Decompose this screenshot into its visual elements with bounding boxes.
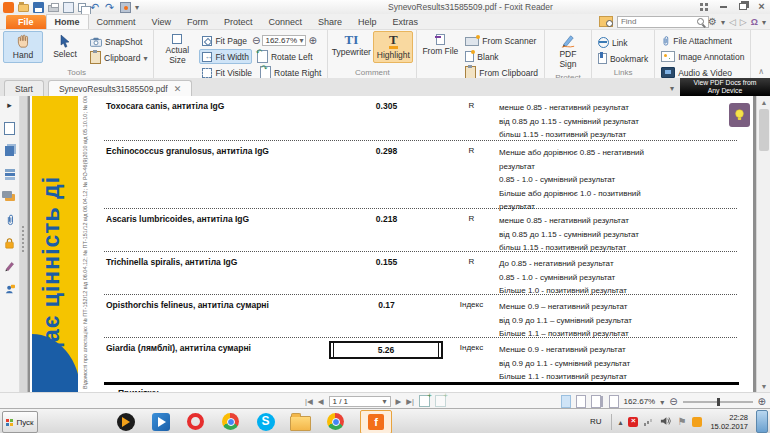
panel-expand-icon[interactable]	[3, 98, 17, 112]
file-attachment-button[interactable]: File Attachment	[658, 33, 747, 48]
pages-icon[interactable]	[78, 3, 86, 12]
search-icon[interactable]	[697, 18, 704, 25]
minimize-button[interactable]	[717, 1, 730, 12]
vertical-scrollbar[interactable]: ▲ ▼	[756, 96, 770, 392]
aimp-icon[interactable]	[115, 411, 136, 432]
image-annotation-button[interactable]: Image Annotation	[658, 49, 747, 64]
zoom-out-icon[interactable]	[252, 35, 260, 46]
bookmark-button[interactable]: Bookmark	[595, 51, 651, 66]
foxit-logo-icon[interactable]	[3, 2, 14, 13]
search-in-folder-icon[interactable]	[599, 16, 613, 27]
layout-grid-icon[interactable]	[698, 1, 711, 12]
tray-app-icon[interactable]	[692, 417, 702, 427]
actual-size-button[interactable]: Actual Size	[157, 31, 197, 68]
panel-splitter[interactable]	[20, 96, 28, 392]
snapshot-button[interactable]: SnapShot	[87, 34, 150, 49]
tray-expand-icon[interactable]	[618, 417, 622, 427]
promo-banner[interactable]: View PDF Docs from Any Device	[680, 78, 770, 96]
media-player-icon[interactable]	[150, 411, 171, 432]
quick-access-dropdown-icon[interactable]	[135, 2, 139, 12]
last-page-icon[interactable]	[406, 396, 414, 406]
bookmarks-panel-icon[interactable]	[3, 121, 17, 135]
update-alert-icon[interactable]	[628, 417, 638, 427]
show-desktop-button[interactable]	[756, 410, 768, 433]
tab-form[interactable]: Form	[179, 15, 216, 29]
tab-document[interactable]: SynevoResults31585509.pdf ✕	[48, 80, 192, 96]
select-tool-button[interactable]: Select	[45, 31, 85, 62]
start-button[interactable]: Пуск	[2, 411, 38, 433]
signature-panel-icon[interactable]	[3, 259, 17, 273]
opera-icon[interactable]	[185, 411, 206, 432]
tab-extras[interactable]: Extras	[385, 15, 427, 29]
print-icon[interactable]	[48, 5, 59, 12]
fit-page-button[interactable]: Fit Page	[199, 33, 250, 48]
continuous-view-icon[interactable]	[576, 395, 586, 408]
security-panel-icon[interactable]	[3, 236, 17, 250]
taskbar-clock[interactable]: 22:28 15.02.2017	[708, 413, 750, 431]
create-blank-button[interactable]: Blank	[462, 49, 541, 64]
gear-icon[interactable]	[708, 16, 717, 27]
chrome-icon-2[interactable]	[325, 411, 346, 432]
skype-icon[interactable]: S	[255, 411, 276, 432]
find-input[interactable]	[617, 16, 709, 28]
tab-comment[interactable]: Comment	[89, 15, 144, 29]
network-icon[interactable]	[644, 417, 654, 426]
hand-tool-button[interactable]: Hand	[3, 31, 43, 63]
create-from-scanner-button[interactable]: From Scanner	[462, 33, 541, 48]
account-dropdown-icon[interactable]	[762, 17, 766, 27]
zoom-dropdown-icon[interactable]	[660, 397, 664, 407]
ribbon-collapse-icon[interactable]: ∧	[758, 67, 764, 76]
tab-home[interactable]: Home	[46, 14, 89, 29]
find-options-dropdown-icon[interactable]	[721, 17, 725, 27]
zoom-level-combo[interactable]: 162.67%	[262, 35, 306, 46]
foxit-reader-taskbar-button[interactable]: f	[360, 410, 392, 433]
facing-view-icon[interactable]	[591, 395, 601, 408]
clipboard-button[interactable]: Clipboard	[87, 50, 150, 65]
action-center-flag-icon[interactable]	[677, 416, 686, 427]
typewriter-button[interactable]: TI Typewriter	[331, 31, 371, 60]
single-page-view-icon[interactable]	[561, 395, 571, 408]
pdf-sign-button[interactable]: PDF Sign	[548, 31, 588, 72]
zoom-in-button[interactable]	[758, 396, 766, 407]
zoom-in-icon[interactable]	[308, 35, 316, 46]
open-file-icon[interactable]	[18, 4, 29, 12]
share-comments-panel-icon[interactable]	[3, 282, 17, 296]
layers-panel-icon[interactable]	[3, 167, 17, 181]
volume-icon[interactable]	[660, 416, 671, 428]
language-indicator[interactable]: RU	[590, 417, 606, 426]
promo-dropdown-icon[interactable]	[670, 84, 674, 93]
tab-file[interactable]: File	[6, 15, 46, 29]
find-previous-icon[interactable]: ◁	[729, 17, 736, 27]
tab-start[interactable]: Start	[4, 80, 44, 96]
chrome-icon[interactable]	[220, 411, 241, 432]
scrollbar-thumb[interactable]	[759, 109, 769, 151]
close-button[interactable]	[755, 1, 768, 12]
tab-view[interactable]: View	[144, 15, 179, 29]
email-icon[interactable]	[63, 2, 74, 13]
tab-share[interactable]: Share	[310, 15, 350, 29]
close-tab-icon[interactable]: ✕	[174, 85, 182, 93]
previous-view-icon[interactable]	[419, 395, 430, 407]
fill-sign-icon[interactable]	[120, 2, 131, 13]
tab-protect[interactable]: Protect	[216, 15, 261, 29]
next-page-icon[interactable]	[396, 396, 402, 406]
user-account-icon[interactable]: Ω	[751, 17, 758, 27]
fit-width-button[interactable]: Fit Width	[199, 49, 252, 64]
zoom-out-button[interactable]	[669, 396, 677, 407]
scroll-up-icon[interactable]: ▲	[758, 96, 770, 108]
tab-help[interactable]: Help	[350, 15, 385, 29]
zoom-slider[interactable]	[683, 401, 753, 403]
rotate-left-button[interactable]: Rotate Left	[254, 49, 316, 64]
pages-panel-icon[interactable]	[3, 144, 17, 158]
zoom-slider-thumb[interactable]	[717, 398, 720, 406]
previous-page-icon[interactable]	[318, 396, 324, 406]
link-button[interactable]: Link	[595, 35, 651, 50]
comments-panel-icon[interactable]	[3, 190, 17, 204]
note-annotation-icon[interactable]	[729, 103, 750, 127]
next-view-icon[interactable]	[435, 395, 446, 407]
create-from-file-button[interactable]: From File	[420, 31, 460, 59]
tab-connect[interactable]: Connect	[260, 15, 310, 29]
scroll-down-icon[interactable]: ▼	[758, 380, 770, 392]
restore-button[interactable]	[736, 1, 749, 12]
page-number-combo[interactable]: 1 / 1	[329, 396, 391, 407]
